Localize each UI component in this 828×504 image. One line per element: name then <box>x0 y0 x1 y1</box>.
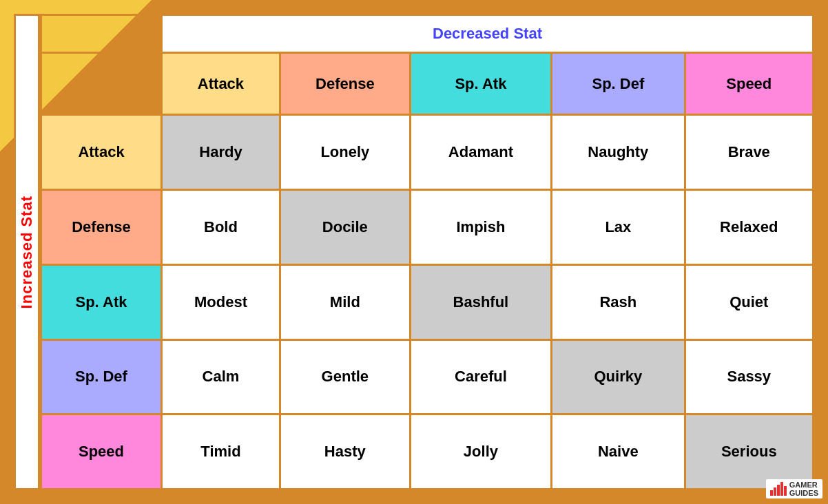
outer-table: Decreased Stat Attack Defense Sp. <box>14 14 814 490</box>
nature-grid: Decreased Stat Attack Defense Sp. <box>40 14 814 490</box>
nature-cell-hasty: Hasty <box>280 414 410 490</box>
row-header-defense: Defense <box>41 190 162 265</box>
nature-cell-rash: Rash <box>552 264 685 339</box>
row-header-sp-def: Sp. Def <box>41 339 162 414</box>
nature-cell-adamant: Adamant <box>410 115 551 190</box>
gg-text: GAMERGUIDES <box>789 481 818 497</box>
nature-cell-timid: Timid <box>162 414 280 490</box>
nature-cell-calm: Calm <box>162 339 280 414</box>
nature-cell-naughty: Naughty <box>552 115 685 190</box>
nature-cell-gentle: Gentle <box>280 339 410 414</box>
increased-stat-label: Increased Stat <box>18 196 36 308</box>
nature-cell-mild: Mild <box>280 264 410 339</box>
row-header-sp-atk: Sp. Atk <box>41 264 162 339</box>
nature-cell-quirky: Quirky <box>552 339 685 414</box>
nature-cell-quiet: Quiet <box>685 264 813 339</box>
nature-table-wrapper: Decreased Stat Attack Defense Sp. <box>14 14 814 490</box>
nature-cell-lonely: Lonely <box>280 115 410 190</box>
gamer-guides-logo: GAMERGUIDES <box>766 479 822 498</box>
gg-bars-icon <box>770 482 787 496</box>
nature-cell-relaxed: Relaxed <box>685 190 813 265</box>
row-header-attack: Attack <box>41 115 162 190</box>
nature-cell-sassy: Sassy <box>685 339 813 414</box>
col-header-spatk: Sp. Atk <box>410 53 551 115</box>
increased-stat-cell: Increased Stat <box>14 14 40 490</box>
nature-cell-bold: Bold <box>162 190 280 265</box>
col-header-attack: Attack <box>162 53 280 115</box>
nature-cell-brave: Brave <box>685 115 813 190</box>
nature-cell-serious: Serious <box>685 414 813 490</box>
nature-cell-jolly: Jolly <box>410 414 551 490</box>
nature-cell-careful: Careful <box>410 339 551 414</box>
col-header-speed: Speed <box>685 53 813 115</box>
col-header-defense: Defense <box>280 53 410 115</box>
nature-cell-naive: Naive <box>552 414 685 490</box>
decreased-stat-header: Decreased Stat <box>162 15 814 53</box>
nature-cell-bashful: Bashful <box>410 264 551 339</box>
nature-cell-lax: Lax <box>552 190 685 265</box>
nature-cell-hardy: Hardy <box>162 115 280 190</box>
nature-cell-modest: Modest <box>162 264 280 339</box>
nature-cell-impish: Impish <box>410 190 551 265</box>
nature-cell-docile: Docile <box>280 190 410 265</box>
row-header-speed: Speed <box>41 414 162 490</box>
col-header-spdef: Sp. Def <box>552 53 685 115</box>
